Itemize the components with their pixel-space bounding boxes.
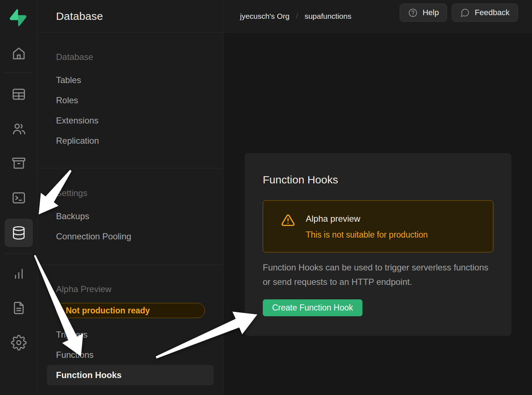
sidebar-item-tables[interactable]: Tables (47, 70, 214, 90)
sidebar-item-functions[interactable]: Functions (47, 345, 214, 365)
sidebar-divider (38, 168, 223, 168)
main-content: Function Hooks Alpha preview This is not… (224, 33, 532, 395)
help-circle-icon (408, 8, 418, 18)
sidebar-title: Database (56, 10, 103, 22)
sidebar-item-roles[interactable]: Roles (47, 90, 214, 110)
help-button-label: Help (422, 8, 439, 17)
document-icon (11, 300, 27, 316)
database-icon (11, 225, 27, 241)
sidebar-group-label-database: Database (47, 47, 214, 67)
sidebar-item-extensions[interactable]: Extensions (47, 110, 214, 131)
icon-rail (0, 0, 38, 395)
users-icon (11, 121, 27, 137)
bar-chart-icon (11, 266, 27, 282)
breadcrumb-separator: / (296, 12, 298, 20)
sidebar-item-table-editor[interactable] (5, 80, 33, 108)
archive-box-icon (11, 155, 27, 171)
sidebar-nav: Database Tables Roles Extensions Replica… (38, 32, 223, 385)
gear-icon (11, 335, 27, 351)
sidebar-header: Database (38, 0, 223, 32)
sidebar-item-reports[interactable] (5, 260, 33, 288)
alert-message: This is not suitable for production (306, 229, 428, 240)
card-description: Function Hooks can be used to trigger se… (263, 260, 489, 289)
rail-divider (4, 253, 33, 254)
breadcrumb-project[interactable]: supafunctions (305, 12, 352, 21)
alert-texts: Alpha preview This is not suitable for p… (306, 213, 428, 240)
warning-triangle-icon (281, 213, 295, 227)
home-icon (11, 45, 27, 61)
sidebar-item-replication[interactable]: Replication (47, 131, 214, 151)
top-header: jyecusch's Org / supafunctions Help Feed… (224, 0, 532, 32)
sidebar-group-label-alpha-preview: Alpha Preview (47, 279, 214, 299)
feedback-button[interactable]: Feedback (452, 4, 518, 22)
header-actions: Help Feedback (400, 4, 518, 22)
sidebar-item-logs[interactable] (5, 294, 33, 322)
sidebar-item-function-hooks[interactable]: Function Hooks (47, 365, 214, 385)
feedback-bubble-icon (460, 8, 470, 18)
sidebar-item-home[interactable] (5, 39, 33, 68)
sidebar-item-database[interactable] (5, 219, 33, 247)
supabase-logo-icon[interactable] (10, 9, 26, 26)
rail-divider (4, 73, 33, 73)
supabase-dashboard: Database Database Tables Roles Extension… (0, 0, 532, 395)
function-hooks-card: Function Hooks Alpha preview This is not… (245, 153, 511, 336)
sidebar-item-storage[interactable] (5, 149, 33, 177)
sidebar-item-settings[interactable] (5, 329, 33, 357)
help-button[interactable]: Help (400, 4, 447, 22)
page-title: Function Hooks (263, 153, 493, 186)
sidebar-item-triggers[interactable]: Triggers (47, 325, 214, 345)
terminal-icon (11, 190, 27, 206)
create-function-hook-button[interactable]: Create Function Hook (263, 299, 362, 316)
sidebar-item-authentication[interactable] (5, 115, 33, 143)
sidebar-item-connection-pooling[interactable]: Connection Pooling (47, 226, 214, 247)
database-sidebar: Database Database Tables Roles Extension… (38, 0, 223, 395)
table-icon (11, 86, 27, 102)
alert-title: Alpha preview (306, 213, 428, 224)
feedback-button-label: Feedback (475, 8, 510, 17)
sidebar-item-sql-editor[interactable] (5, 184, 33, 212)
sidebar-group-label-settings: Settings (47, 183, 214, 203)
sidebar-item-backups[interactable]: Backups (47, 206, 214, 226)
alpha-preview-alert: Alpha preview This is not suitable for p… (263, 200, 493, 252)
sidebar-divider (38, 265, 223, 265)
not-production-ready-badge: Not production ready (56, 303, 205, 318)
breadcrumb-org[interactable]: jyecusch's Org (240, 12, 289, 21)
